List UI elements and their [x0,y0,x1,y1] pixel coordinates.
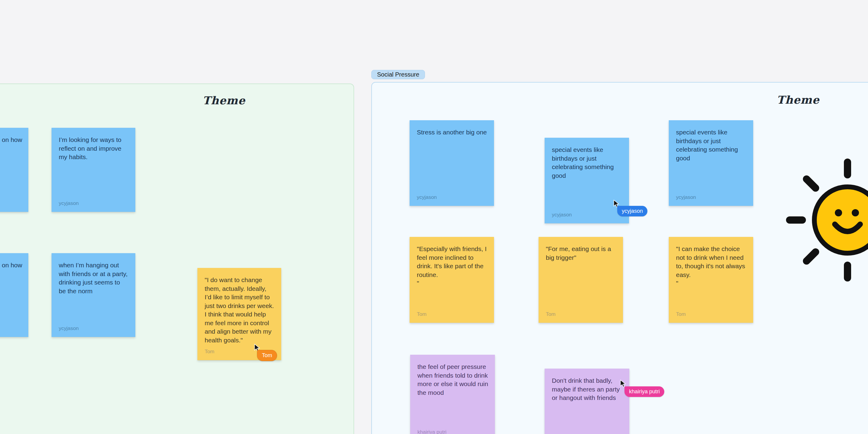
sticky-note-author: Tom [417,311,427,317]
sticky-note[interactable]: "For me, eating out is a big trigger" To… [538,237,623,323]
section-tag-social-pressure[interactable]: Social Pressure [371,70,425,79]
sticky-note[interactable]: the feel of peer pressure when friends t… [410,355,495,434]
sticky-note[interactable]: special events like birthdays or just ce… [545,138,629,223]
frame-title-left[interactable]: Theme [203,94,245,107]
sticky-note[interactable]: when I’m hanging out with friends or at … [52,253,135,337]
sun-smiley-sticker[interactable] [784,157,868,284]
sticky-note[interactable]: "I do want to change them, actually. Ide… [197,268,281,360]
sticky-note-author: ycyjason [417,194,437,200]
cursor-name-tag: khairiya putri [624,386,664,397]
sticky-note[interactable]: "I can make the choice not to drink when… [669,237,753,323]
sticky-note-author: ycyjason [59,326,79,332]
sticky-note-author: Tom [205,349,214,355]
cursor-name-tag: ycyjason [617,206,647,216]
sticky-note[interactable]: "Especially with friends, I feel more in… [410,237,494,323]
sticky-note-author: ycyjason [59,200,79,207]
sticky-note-text: Stress is another big one [410,120,494,137]
sticky-note[interactable]: special events like birthdays or just ce… [669,120,753,206]
sticky-note-text: special events like birthdays or just ce… [669,120,753,162]
sticky-note-text: Don't drink that badly, maybe if theres … [545,369,629,402]
sticky-note[interactable]: on how [0,253,28,337]
sticky-note-author: ycyjason [552,212,572,218]
sticky-note-text: the feel of peer pressure when friends t… [410,355,495,397]
sticky-note-text: "Especially with friends, I feel more in… [410,237,494,288]
sticky-note-text: "I do want to change them, actually. Ide… [197,268,281,344]
sticky-note[interactable]: Stress is another big one ycyjason [410,120,494,206]
sticky-note-author: Tom [676,311,686,317]
sticky-note[interactable]: Don't drink that badly, maybe if theres … [545,369,629,434]
sticky-note-text: on how [0,253,28,270]
sticky-note-text: special events like birthdays or just ce… [545,138,629,180]
sticky-note-text: "I can make the choice not to drink when… [669,237,753,288]
sticky-note-author: Tom [546,311,555,317]
cursor-name-tag: Tom [257,350,277,361]
sticky-note-text: I’m looking for ways to reflect on and i… [52,128,135,161]
sticky-note[interactable]: on how [0,128,28,212]
sticky-note-text: on how [0,128,28,144]
sticky-note-text: when I’m hanging out with friends or at … [52,253,135,296]
frame-title-right[interactable]: Theme [777,93,819,106]
sticky-note-author: ycyjason [676,194,696,200]
sticky-note-author: khairiya putri [417,429,446,434]
sticky-note[interactable]: I’m looking for ways to reflect on and i… [52,128,135,212]
sticky-note-text: "For me, eating out is a big trigger" [538,237,623,262]
